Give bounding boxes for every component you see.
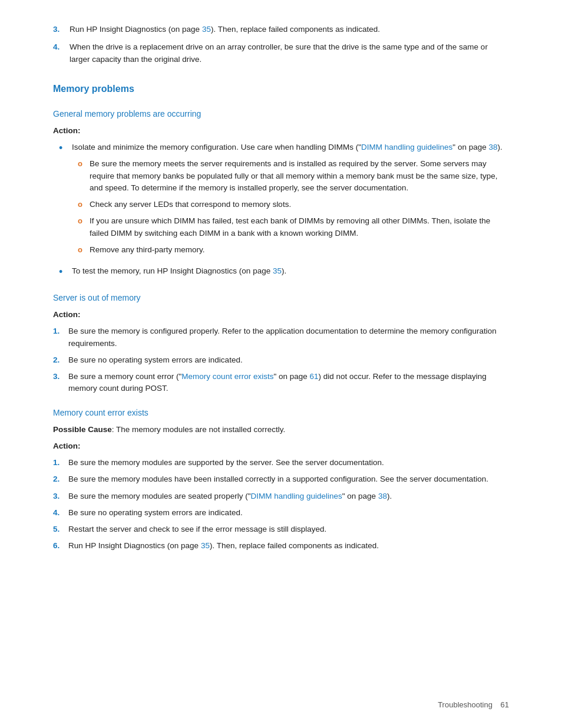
- mce-num-6: 6.: [53, 540, 68, 552]
- mce-num-4: 4.: [53, 507, 68, 519]
- action-label-memorycounterror: Action:: [53, 440, 509, 452]
- mce-text-4: Be sure no operating system errors are i…: [68, 507, 243, 519]
- sub-marker-1: o: [78, 158, 90, 194]
- intro-item-4: 4. When the drive is a replacement drive…: [53, 41, 509, 65]
- general-bullet-1-text: Isolate and minimize the memory configur…: [72, 141, 509, 261]
- sub-marker-2: o: [78, 199, 90, 210]
- mce-item-6: 6. Run HP Insight Diagnostics (on page 3…: [53, 540, 509, 552]
- subsection-title-general: General memory problems are occurring: [53, 108, 509, 120]
- sub-text-1: Be sure the memory meets the server requ…: [90, 158, 509, 194]
- page-61-link[interactable]: 61: [310, 372, 319, 381]
- sub-item-3: o If you are unsure which DIMM has faile…: [72, 215, 509, 239]
- sub-item-1: o Be sure the memory meets the server re…: [72, 158, 509, 194]
- mce-item-5: 5. Restart the server and check to see i…: [53, 523, 509, 535]
- mce-text-5: Restart the server and check to see if t…: [68, 523, 326, 535]
- subsection-title-memorycounterror: Memory count error exists: [53, 407, 509, 419]
- oom-text-3: Be sure a memory count error ("Memory co…: [68, 371, 509, 395]
- oom-text-2: Be sure no operating system errors are i…: [68, 354, 243, 366]
- general-bullet-list: • Isolate and minimize the memory config…: [53, 141, 509, 280]
- footer-page-num: 61: [501, 700, 509, 709]
- action-label-general: Action:: [53, 125, 509, 137]
- page-38-link-1[interactable]: 38: [488, 143, 497, 151]
- oom-num-2: 2.: [53, 354, 68, 366]
- possible-cause-text: Possible Cause: The memory modules are n…: [53, 424, 509, 436]
- subsection-title-outofmemory: Server is out of memory: [53, 292, 509, 304]
- mce-item-3: 3. Be sure the memory modules are seated…: [53, 490, 509, 502]
- intro-item-3: 3. Run HP Insight Diagnostics (on page 3…: [53, 24, 509, 35]
- oom-text-1: Be sure the memory is configured properl…: [68, 325, 509, 350]
- mce-text-6: Run HP Insight Diagnostics (on page 35).…: [68, 540, 379, 552]
- bullet-marker-1: •: [59, 140, 72, 261]
- mce-num-5: 5.: [53, 523, 68, 535]
- mce-num-3: 3.: [53, 490, 68, 502]
- possible-cause-detail: : The memory modules are not installed c…: [112, 425, 285, 434]
- intro-text-3: Run HP Insight Diagnostics (on page 35).…: [70, 24, 380, 35]
- mce-item-2: 2. Be sure the memory modules have been …: [53, 473, 509, 485]
- action-label-outofmemory: Action:: [53, 309, 509, 321]
- intro-num-4: 4.: [53, 41, 70, 65]
- sub-text-2: Check any server LEDs that correspond to…: [90, 199, 291, 210]
- general-bullet-2-text: To test the memory, run HP Insight Diagn…: [72, 265, 286, 280]
- page-38-link-2[interactable]: 38: [378, 492, 387, 500]
- mce-item-1: 1. Be sure the memory modules are suppor…: [53, 457, 509, 469]
- oom-num-1: 1.: [53, 325, 68, 350]
- oom-item-3: 3. Be sure a memory count error ("Memory…: [53, 371, 509, 395]
- oom-item-2: 2. Be sure no operating system errors ar…: [53, 354, 509, 366]
- sub-item-2: o Check any server LEDs that correspond …: [72, 199, 509, 210]
- footer: Troubleshooting 61: [432, 699, 509, 711]
- mce-text-1: Be sure the memory modules are supported…: [68, 457, 384, 469]
- general-bullet-2: • To test the memory, run HP Insight Dia…: [53, 265, 509, 280]
- intro-list: 3. Run HP Insight Diagnostics (on page 3…: [53, 24, 509, 65]
- intro-link-35-1[interactable]: 35: [202, 25, 211, 34]
- page: 3. Run HP Insight Diagnostics (on page 3…: [0, 0, 562, 728]
- oom-item-1: 1. Be sure the memory is configured prop…: [53, 325, 509, 350]
- possible-cause-label: Possible Cause: [53, 425, 112, 434]
- mce-text-3: Be sure the memory modules are seated pr…: [68, 490, 392, 502]
- mce-text-2: Be sure the memory modules have been ins…: [68, 473, 488, 485]
- dimm-guidelines-link-2[interactable]: DIMM handling guidelines: [250, 492, 342, 500]
- outofmemory-ordered-list: 1. Be sure the memory is configured prop…: [53, 325, 509, 394]
- sub-list-1: o Be sure the memory meets the server re…: [72, 158, 509, 256]
- dimm-guidelines-link-1[interactable]: DIMM handling guidelines: [361, 143, 452, 151]
- mce-item-4: 4. Be sure no operating system errors ar…: [53, 507, 509, 519]
- memory-count-error-link[interactable]: Memory count error exists: [181, 372, 273, 381]
- general-bullet-1: • Isolate and minimize the memory config…: [53, 141, 509, 261]
- footer-label: Troubleshooting: [438, 700, 492, 709]
- sub-text-3: If you are unsure which DIMM has failed,…: [90, 215, 509, 239]
- bullet-marker-2: •: [59, 264, 72, 280]
- oom-num-3: 3.: [53, 371, 68, 395]
- sub-marker-3: o: [78, 215, 90, 239]
- mce-num-2: 2.: [53, 473, 68, 485]
- page-35-link-3[interactable]: 35: [201, 541, 210, 550]
- mce-ordered-list: 1. Be sure the memory modules are suppor…: [53, 457, 509, 552]
- sub-item-4: o Remove any third-party memory.: [72, 244, 509, 256]
- intro-text-4: When the drive is a replacement drive on…: [70, 41, 509, 65]
- sub-text-4: Remove any third-party memory.: [90, 244, 205, 256]
- sub-marker-4: o: [78, 244, 90, 256]
- page-35-link-2[interactable]: 35: [273, 266, 282, 275]
- intro-num-3: 3.: [53, 24, 70, 35]
- section-title-memory: Memory problems: [53, 82, 509, 96]
- mce-num-1: 1.: [53, 457, 68, 469]
